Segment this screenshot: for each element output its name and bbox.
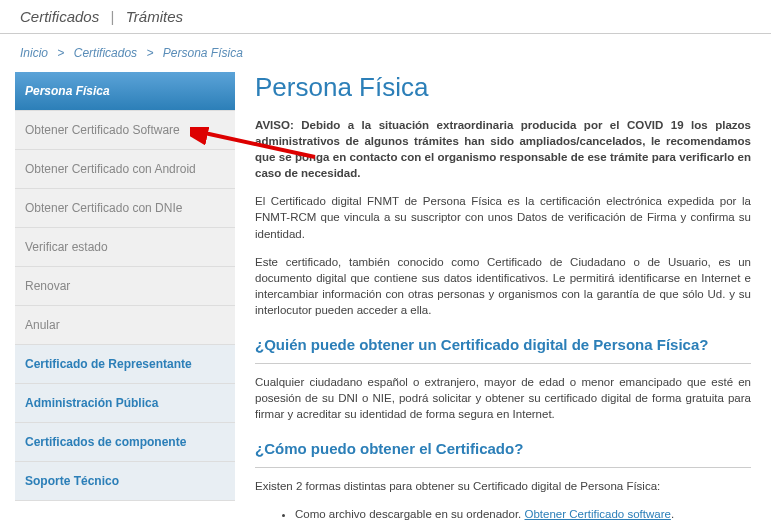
crumb-persona-fisica: Persona Física — [163, 46, 243, 60]
sidebar-item-componente[interactable]: Certificados de componente — [15, 423, 235, 462]
crumb-inicio[interactable]: Inicio — [20, 46, 48, 60]
heading-quien: ¿Quién puede obtener un Certificado digi… — [255, 336, 751, 353]
sidebar-item-representante[interactable]: Certificado de Representante — [15, 345, 235, 384]
crumb-certificados[interactable]: Certificados — [74, 46, 137, 60]
list-item: Como archivo descargable en su ordenador… — [295, 506, 751, 520]
divider — [255, 467, 751, 468]
divider — [255, 363, 751, 364]
sidebar-item-obtener-dnie[interactable]: Obtener Certificado con DNIe — [15, 189, 235, 228]
como-p: Existen 2 formas distintas para obtener … — [255, 478, 751, 494]
aviso-text: AVISO: Debido a la situación extraordina… — [255, 117, 751, 181]
sidebar-item-soporte[interactable]: Soporte Técnico — [15, 462, 235, 501]
topnav-certificados[interactable]: Certificados — [20, 8, 99, 25]
sidebar-item-verificar-estado[interactable]: Verificar estado — [15, 228, 235, 267]
sidebar-item-persona-fisica[interactable]: Persona Física — [15, 72, 235, 111]
sidebar: Persona Física Obtener Certificado Softw… — [15, 72, 235, 520]
sidebar-item-anular[interactable]: Anular — [15, 306, 235, 345]
sidebar-item-administracion[interactable]: Administración Pública — [15, 384, 235, 423]
quien-p: Cualquier ciudadano español o extranjero… — [255, 374, 751, 422]
topnav-tramites[interactable]: Trámites — [126, 8, 183, 25]
top-nav: Certificados | Trámites — [0, 0, 771, 34]
intro-p2: Este certificado, también conocido como … — [255, 254, 751, 318]
topnav-sep: | — [111, 8, 115, 25]
como-list: Como archivo descargable en su ordenador… — [295, 506, 751, 520]
page-title: Persona Física — [255, 72, 751, 103]
intro-p1: El Certificado digital FNMT de Persona F… — [255, 193, 751, 241]
crumb-sep: > — [146, 46, 153, 60]
breadcrumb: Inicio > Certificados > Persona Física — [0, 34, 771, 72]
sidebar-item-obtener-software[interactable]: Obtener Certificado Software — [15, 111, 235, 150]
sidebar-item-obtener-android[interactable]: Obtener Certificado con Android — [15, 150, 235, 189]
sidebar-item-renovar[interactable]: Renovar — [15, 267, 235, 306]
main-content: Persona Física AVISO: Debido a la situac… — [255, 72, 756, 520]
link-obtener-software[interactable]: Obtener Certificado software — [525, 508, 671, 520]
heading-como: ¿Cómo puedo obtener el Certificado? — [255, 440, 751, 457]
crumb-sep: > — [57, 46, 64, 60]
